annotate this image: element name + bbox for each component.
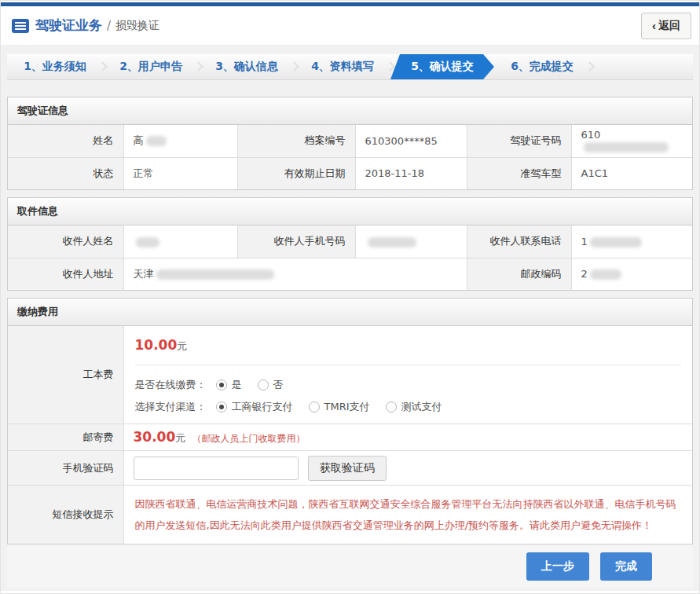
license-business-icon xyxy=(12,19,29,33)
radio-channel-icbc[interactable] xyxy=(216,402,227,412)
breadcrumb: 驾驶证业务 / 损毁换证 xyxy=(12,16,159,35)
table-row: 收件人姓名 收件人手机号码 收件人联系电话 1 xyxy=(8,226,692,258)
table-row: 短信接收提示 因陕西省联通、电信运营商技术问题，陕西省互联网交通安全综合服务管理… xyxy=(8,486,692,544)
radio-online-yes-label[interactable]: 是 xyxy=(232,378,242,392)
pickup-info-table: 收件人姓名 收件人手机号码 收件人联系电话 1 收件人地址 天津 邮政编码 2 xyxy=(8,226,692,290)
page-subtitle: 损毁换证 xyxy=(115,19,159,33)
field-label: 姓名 xyxy=(8,125,123,157)
card-fee-unit: 元 xyxy=(177,340,187,352)
pay-channel-row: 选择支付渠道： 工商银行支付 TMRI支付 测试支付 xyxy=(135,400,682,414)
redacted-value xyxy=(368,237,416,248)
redacted-value xyxy=(156,270,274,280)
table-row: 手机验证码 获取验证码 xyxy=(8,451,692,486)
mail-fee-unit: 元 xyxy=(175,432,185,444)
field-label: 有效期止日期 xyxy=(237,157,355,189)
card-fee-amount: 10.00 xyxy=(135,337,178,353)
field-label: 驾驶证号码 xyxy=(467,125,571,157)
redacted-value xyxy=(590,270,621,280)
page-title: 驾驶证业务 xyxy=(35,16,102,35)
step-1-business-notice[interactable]: 1、业务须知 xyxy=(7,54,103,79)
field-value-recipient-name xyxy=(123,226,237,258)
radio-online-yes[interactable] xyxy=(216,380,227,390)
pickup-info-title: 取件信息 xyxy=(8,198,692,226)
field-value-recipient-mobile xyxy=(355,226,467,258)
field-label: 短信接收提示 xyxy=(8,486,123,544)
radio-channel-tmri-label[interactable]: TMRI支付 xyxy=(324,400,370,414)
sms-notice-cell: 因陕西省联通、电信运营商技术问题，陕西省互联网交通安全综合服务管理平台无法向持陕… xyxy=(123,486,692,544)
field-value-license-number: 610 xyxy=(571,125,692,157)
field-value-name: 高 xyxy=(123,125,237,157)
online-pay-row: 是否在线缴费： 是 否 xyxy=(135,378,682,392)
step-separator-icon xyxy=(385,61,395,72)
field-value-postal-code: 2 xyxy=(571,258,692,290)
fees-title: 缴纳费用 xyxy=(8,299,692,326)
radio-channel-tmri[interactable] xyxy=(309,402,320,412)
step-5-confirm-submit-active[interactable]: 5、确认提交 xyxy=(390,54,494,79)
mail-fee-amount: 30.00 xyxy=(134,429,176,445)
step-progress-bar: 1、业务须知 2、用户申告 3、确认信息 4、资料填写 5、确认提交 6、完成提… xyxy=(7,54,693,80)
field-label: 档案编号 xyxy=(237,125,355,157)
sms-notice-text: 因陕西省联通、电信运营商技术问题，陕西省互联网交通安全综合服务管理平台无法向持陕… xyxy=(135,493,682,536)
step-6-complete-submit[interactable]: 6、完成提交 xyxy=(494,54,590,79)
redacted-value xyxy=(584,142,669,152)
field-value-status: 正常 xyxy=(123,157,237,189)
finish-button[interactable]: 完成 xyxy=(600,552,652,581)
field-label: 状态 xyxy=(8,157,123,189)
field-label: 收件人手机号码 xyxy=(237,226,355,258)
field-value-file-number: 610300****85 xyxy=(355,125,467,157)
card-fee-cell: 10.00元 是否在线缴费： 是 否 选择支付渠道： 工商银行支付 xyxy=(123,326,692,424)
card-fee-amount-line: 10.00元 xyxy=(135,337,682,354)
sms-code-cell: 获取验证码 xyxy=(123,451,692,486)
fees-table: 工本费 10.00元 是否在线缴费： 是 否 xyxy=(8,326,692,544)
field-value-recipient-address: 天津 xyxy=(123,258,467,290)
field-label: 准驾车型 xyxy=(467,157,571,189)
table-row: 邮寄费 30.00元 （邮政人员上门收取费用） xyxy=(8,424,692,451)
redacted-value xyxy=(590,237,642,248)
field-label: 收件人姓名 xyxy=(8,226,123,258)
get-code-button[interactable]: 获取验证码 xyxy=(308,456,387,481)
field-value-recipient-phone: 1 xyxy=(571,226,692,258)
step-2-user-declaration[interactable]: 2、用户申告 xyxy=(103,54,199,79)
field-value-vehicle-class: A1C1 xyxy=(571,157,692,189)
sms-code-input[interactable] xyxy=(134,456,299,480)
license-info-section: 驾驶证信息 姓名 高 档案编号 610300****85 驾驶证号码 610 状… xyxy=(7,97,693,190)
step-bar-filler xyxy=(590,54,693,79)
divider xyxy=(135,365,682,365)
table-row: 姓名 高 档案编号 610300****85 驾驶证号码 610 xyxy=(8,125,692,157)
main-area: 1、业务须知 2、用户申告 3、确认信息 4、资料填写 5、确认提交 6、完成提… xyxy=(1,46,699,591)
mail-fee-cell: 30.00元 （邮政人员上门收取费用） xyxy=(123,424,692,451)
pickup-info-section: 取件信息 收件人姓名 收件人手机号码 收件人联系电话 1 收件人地址 天津 邮政… xyxy=(7,197,693,291)
online-pay-label: 是否在线缴费： xyxy=(135,378,207,392)
field-value-expiry-date: 2018-11-18 xyxy=(355,157,467,189)
page: 驾驶证业务 / 损毁换证 ‹ 返回 1、业务须知 2、用户申告 3、确认信息 4… xyxy=(0,0,700,594)
table-row: 收件人地址 天津 邮政编码 2 xyxy=(8,258,692,290)
field-label: 手机验证码 xyxy=(8,451,123,486)
breadcrumb-separator: / xyxy=(107,19,111,33)
radio-channel-icbc-label[interactable]: 工商银行支付 xyxy=(232,400,293,414)
radio-channel-test[interactable] xyxy=(386,402,397,412)
redacted-value xyxy=(146,136,167,146)
step-3-confirm-info[interactable]: 3、确认信息 xyxy=(199,54,295,79)
radio-online-no[interactable] xyxy=(258,380,269,390)
fees-section: 缴纳费用 工本费 10.00元 是否在线缴费： 是 xyxy=(7,298,693,544)
field-label: 收件人地址 xyxy=(8,258,123,290)
previous-step-button[interactable]: 上一步 xyxy=(526,552,589,581)
license-info-title: 驾驶证信息 xyxy=(8,97,692,125)
radio-online-no-label[interactable]: 否 xyxy=(273,378,284,392)
table-row: 状态 正常 有效期止日期 2018-11-18 准驾车型 A1C1 xyxy=(8,157,692,189)
field-label: 邮政编码 xyxy=(467,258,571,290)
pay-channel-label: 选择支付渠道： xyxy=(135,400,207,414)
back-button-label: 返回 xyxy=(658,19,680,33)
radio-channel-test-label[interactable]: 测试支付 xyxy=(401,400,442,414)
field-label: 收件人联系电话 xyxy=(467,226,571,258)
redacted-value xyxy=(136,237,159,248)
table-row: 工本费 10.00元 是否在线缴费： 是 否 xyxy=(8,326,692,424)
chevron-left-icon: ‹ xyxy=(652,20,656,31)
field-label: 邮寄费 xyxy=(8,424,123,451)
step-4-fill-data[interactable]: 4、资料填写 xyxy=(295,54,390,79)
back-button[interactable]: ‹ 返回 xyxy=(641,13,691,39)
page-header: 驾驶证业务 / 损毁换证 ‹ 返回 xyxy=(1,6,699,46)
field-label: 工本费 xyxy=(8,326,123,424)
mail-fee-note: （邮政人员上门收取费用） xyxy=(192,433,305,444)
footer-actions: 上一步 完成 xyxy=(7,544,693,588)
